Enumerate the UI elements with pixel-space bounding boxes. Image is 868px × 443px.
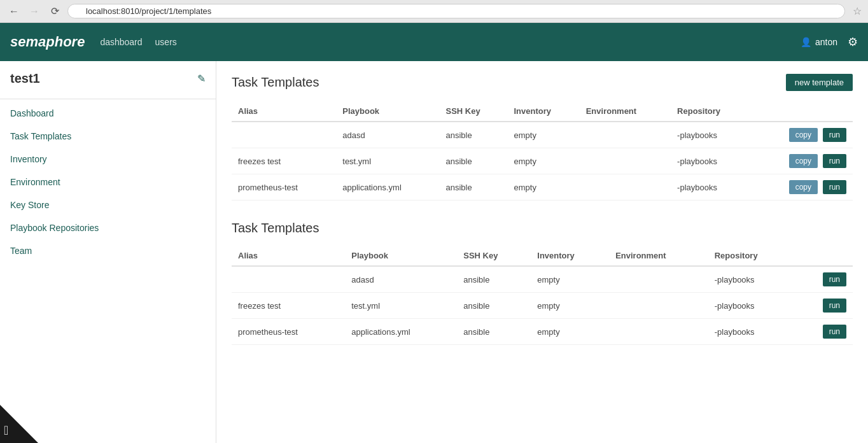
main-layout: test1 ✎ Dashboard Task Templates Invento… xyxy=(0,61,868,443)
cell-inventory: empty xyxy=(507,148,579,174)
section1-title: Task Templates xyxy=(232,75,319,90)
navbar: semaphore dashboard users 👤 anton ⚙ xyxy=(0,23,868,61)
project-header: test1 ✎ xyxy=(0,71,216,96)
table-row: freezes test test.yml ansible empty -pla… xyxy=(232,293,853,319)
col2-actions xyxy=(795,246,853,266)
table-header-row: Alias Playbook SSH Key Inventory Environ… xyxy=(232,101,853,122)
cell-environment xyxy=(609,319,708,345)
cell-alias xyxy=(232,266,345,293)
cell-playbook: applications.yml xyxy=(345,319,457,345)
sidebar-item-environment[interactable]: Environment xyxy=(0,171,216,193)
cell-alias: prometheus-test xyxy=(232,319,345,345)
cell-inventory: empty xyxy=(507,122,579,148)
col-repository: Repository xyxy=(671,101,752,122)
edit-project-icon[interactable]: ✎ xyxy=(197,73,206,85)
table-row: adasd ansible empty -playbooks run xyxy=(232,266,853,293)
section1-header: Task Templates new template xyxy=(232,74,853,91)
run-button-1[interactable]: run xyxy=(823,128,846,142)
col-alias: Alias xyxy=(232,101,336,122)
cell-environment xyxy=(580,148,671,174)
col-inventory: Inventory xyxy=(507,101,579,122)
table-row: adasd ansible empty -playbooks copy run xyxy=(232,122,853,148)
cell-actions: copy run xyxy=(752,174,853,200)
cell-playbook: test.yml xyxy=(345,293,457,319)
cell-environment xyxy=(580,122,671,148)
col2-sshkey: SSH Key xyxy=(457,246,531,266)
sidebar-item-inventory[interactable]: Inventory xyxy=(0,148,216,171)
col2-repository: Repository xyxy=(708,246,796,266)
back-button[interactable]: ← xyxy=(6,4,22,19)
run-button-3[interactable]: run xyxy=(823,180,846,194)
cell-playbook: test.yml xyxy=(336,148,439,174)
nav-dashboard[interactable]: dashboard xyxy=(100,37,142,47)
col-sshkey: SSH Key xyxy=(440,101,508,122)
col2-alias: Alias xyxy=(232,246,345,266)
cell-alias xyxy=(232,122,336,148)
forward-button[interactable]: → xyxy=(27,4,42,19)
navbar-user: 👤 anton xyxy=(801,37,837,47)
reload-button[interactable]: ⟳ xyxy=(47,4,62,19)
cell-sshkey: ansible xyxy=(457,293,531,319)
sidebar-item-team[interactable]: Team xyxy=(0,239,216,262)
col2-environment: Environment xyxy=(609,246,708,266)
cell-inventory: empty xyxy=(531,293,609,319)
table-row: prometheus-test applications.yml ansible… xyxy=(232,174,853,200)
cell-sshkey: ansible xyxy=(440,122,508,148)
cell-repository: -playbooks xyxy=(671,122,752,148)
cell-playbook: adasd xyxy=(336,122,439,148)
new-template-button[interactable]: new template xyxy=(786,74,853,91)
copy-button-1[interactable]: copy xyxy=(789,128,818,142)
username-label: anton xyxy=(815,37,837,47)
cell-environment xyxy=(609,293,708,319)
browser-chrome: ← → ⟳ ⓘ ☆ xyxy=(0,0,868,23)
cell-sshkey: ansible xyxy=(457,266,531,293)
cell-repository: -playbooks xyxy=(671,174,752,200)
brand-logo[interactable]: semaphore xyxy=(10,34,85,50)
cell-repository: -playbooks xyxy=(671,148,752,174)
content-area: Task Templates new template Alias Playbo… xyxy=(216,61,868,443)
url-input[interactable] xyxy=(67,4,845,18)
section2-table: Alias Playbook SSH Key Inventory Environ… xyxy=(232,246,853,345)
cell-environment xyxy=(609,266,708,293)
nav-users[interactable]: users xyxy=(155,37,177,47)
url-bar-wrapper: ⓘ xyxy=(67,4,845,18)
cell-actions: run xyxy=(795,266,853,293)
copy-button-3[interactable]: copy xyxy=(789,180,818,194)
run-button-s2-3[interactable]: run xyxy=(823,325,846,339)
copy-button-2[interactable]: copy xyxy=(789,154,818,168)
run-button-s2-2[interactable]: run xyxy=(823,299,846,313)
section2-title: Task Templates xyxy=(232,221,319,236)
cell-inventory: empty xyxy=(507,174,579,200)
cell-actions: run xyxy=(795,319,853,345)
cell-sshkey: ansible xyxy=(440,174,508,200)
cell-sshkey: ansible xyxy=(440,148,508,174)
cell-inventory: empty xyxy=(531,266,609,293)
cell-actions: copy run xyxy=(752,148,853,174)
cell-environment xyxy=(580,174,671,200)
sidebar-item-key-store[interactable]: Key Store xyxy=(0,193,216,216)
sidebar-item-playbook-repositories[interactable]: Playbook Repositories xyxy=(0,216,216,239)
col-environment: Environment xyxy=(580,101,671,122)
section2-header: Task Templates xyxy=(232,221,853,236)
table-row: freezes test test.yml ansible empty -pla… xyxy=(232,148,853,174)
github-icon:  xyxy=(4,423,8,438)
project-title: test1 xyxy=(10,71,40,86)
settings-icon[interactable]: ⚙ xyxy=(848,35,858,49)
sidebar-item-task-templates[interactable]: Task Templates xyxy=(0,125,216,148)
run-button-2[interactable]: run xyxy=(823,154,846,168)
cell-repository: -playbooks xyxy=(708,319,796,345)
user-icon: 👤 xyxy=(801,37,811,47)
sidebar-item-dashboard[interactable]: Dashboard xyxy=(0,102,216,125)
sidebar: test1 ✎ Dashboard Task Templates Invento… xyxy=(0,61,216,443)
cell-actions: copy run xyxy=(752,122,853,148)
cell-inventory: empty xyxy=(531,319,609,345)
cell-alias: freezes test xyxy=(232,293,345,319)
sidebar-divider-top xyxy=(0,99,216,99)
bookmark-icon[interactable]: ☆ xyxy=(853,5,862,17)
col2-inventory: Inventory xyxy=(531,246,609,266)
col-playbook: Playbook xyxy=(336,101,439,122)
col2-playbook: Playbook xyxy=(345,246,457,266)
run-button-s2-1[interactable]: run xyxy=(823,272,846,286)
cell-sshkey: ansible xyxy=(457,319,531,345)
cell-alias: prometheus-test xyxy=(232,174,336,200)
